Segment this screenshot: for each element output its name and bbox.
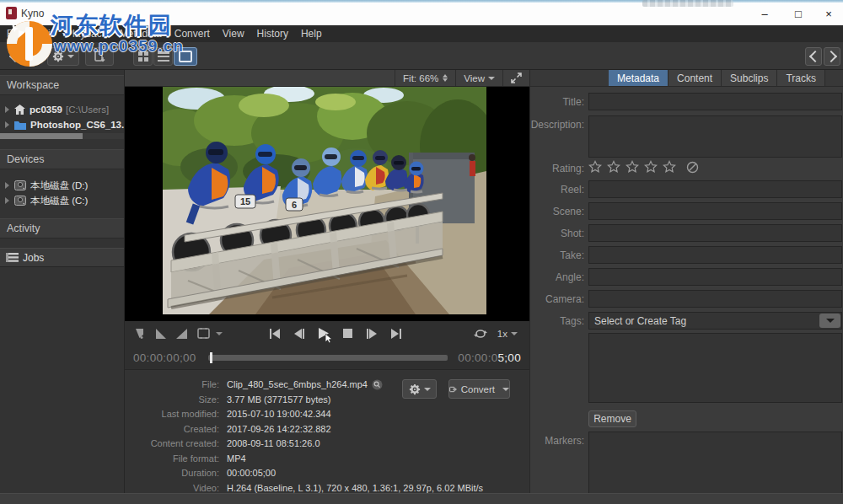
fileinfo-label: Created: bbox=[125, 422, 219, 437]
fit-zoom-control[interactable]: Fit: 66% bbox=[395, 70, 455, 86]
scrollbar-thumb[interactable] bbox=[0, 133, 83, 139]
window-title: Kyno bbox=[21, 8, 44, 19]
rating-stars[interactable] bbox=[588, 160, 699, 174]
menu-view[interactable]: View bbox=[223, 28, 244, 40]
tab-content[interactable]: Content bbox=[668, 70, 722, 86]
set-out-point-button[interactable] bbox=[176, 329, 187, 339]
menu-convert[interactable]: Convert bbox=[175, 28, 210, 40]
sidebar-horizontal-scrollbar[interactable] bbox=[0, 133, 124, 139]
star-icon[interactable] bbox=[626, 160, 639, 174]
paste-icon bbox=[94, 51, 106, 63]
paste-into-button[interactable] bbox=[85, 47, 114, 66]
list-view-toggle[interactable] bbox=[153, 47, 173, 66]
title-bar[interactable]: Kyno – □ × bbox=[0, 3, 843, 25]
tab-tracks[interactable]: Tracks bbox=[777, 70, 825, 86]
menu-edit[interactable]: Edit bbox=[35, 28, 53, 40]
gear-icon bbox=[52, 51, 64, 62]
reel-field[interactable] bbox=[588, 180, 842, 198]
fullscreen-button[interactable] bbox=[502, 70, 529, 86]
folder-icon bbox=[14, 121, 26, 130]
mouse-cursor bbox=[325, 334, 333, 343]
clip-actions-gear-button[interactable] bbox=[402, 379, 437, 399]
subclip-frame-button[interactable] bbox=[197, 328, 223, 339]
fileinfo-value: 2015-07-10 19:00:42.344 bbox=[227, 407, 331, 422]
tags-dropdown[interactable]: Select or Create Tag bbox=[588, 312, 842, 330]
maximize-button[interactable]: □ bbox=[784, 3, 813, 25]
star-icon[interactable] bbox=[607, 160, 620, 174]
menu-history[interactable]: History bbox=[257, 28, 288, 40]
expand-caret-icon[interactable] bbox=[5, 182, 9, 189]
menu-playback[interactable]: Playback bbox=[66, 28, 107, 40]
reveal-search-icon[interactable] bbox=[372, 379, 383, 390]
single-view-toggle[interactable] bbox=[174, 47, 197, 66]
next-clip-button[interactable] bbox=[824, 47, 840, 66]
sidebar-item-drive-d[interactable]: 本地磁盘 (D:) bbox=[0, 178, 124, 193]
sidebar-item-jobs[interactable]: Jobs bbox=[0, 248, 124, 267]
toolbar-gear-button[interactable] bbox=[47, 47, 79, 66]
star-icon[interactable] bbox=[644, 160, 658, 174]
chevron-down-icon bbox=[424, 388, 431, 391]
app-icon bbox=[6, 7, 17, 19]
tags-dropdown-button[interactable] bbox=[819, 314, 840, 328]
jobs-label: Jobs bbox=[23, 252, 44, 264]
timecode-current: 00:00:00;00 bbox=[133, 351, 196, 364]
angle-label: Angle: bbox=[530, 271, 584, 283]
clear-rating-icon[interactable] bbox=[686, 161, 699, 174]
star-icon[interactable] bbox=[588, 160, 602, 174]
angle-field[interactable] bbox=[588, 268, 842, 286]
back-button[interactable] bbox=[4, 47, 23, 66]
spinner-arrows-icon[interactable] bbox=[443, 74, 448, 82]
loop-button[interactable] bbox=[474, 329, 487, 339]
shot-field[interactable] bbox=[588, 224, 842, 242]
plate-number-6: 6 bbox=[292, 200, 297, 210]
sidebar-item-pc0359[interactable]: pc0359 [C:\Users] bbox=[0, 102, 124, 117]
fileinfo-label: Last modified: bbox=[125, 407, 219, 422]
playback-speed-control[interactable]: 1x bbox=[497, 329, 518, 339]
menu-help[interactable]: Help bbox=[301, 28, 322, 40]
convert-button[interactable]: Convert bbox=[448, 379, 510, 399]
expand-caret-icon[interactable] bbox=[5, 106, 9, 113]
tab-metadata[interactable]: Metadata bbox=[609, 70, 668, 86]
metadata-tab-bar: Metadata Content Subclips Tracks bbox=[530, 70, 843, 87]
view-dropdown[interactable]: View bbox=[455, 70, 502, 86]
take-field[interactable] bbox=[588, 246, 842, 264]
step-back-button[interactable] bbox=[294, 329, 304, 339]
chevron-down-icon bbox=[67, 55, 74, 58]
expand-caret-icon[interactable] bbox=[5, 197, 9, 204]
camera-field[interactable] bbox=[588, 290, 842, 308]
jobs-queue-icon bbox=[6, 253, 19, 262]
go-to-end-button[interactable] bbox=[391, 329, 401, 339]
minimize-button[interactable]: – bbox=[750, 3, 779, 25]
go-to-start-button[interactable] bbox=[270, 329, 280, 339]
seek-bar[interactable] bbox=[208, 355, 448, 361]
stop-button[interactable] bbox=[343, 329, 352, 338]
title-field[interactable] bbox=[588, 93, 842, 110]
gear-icon bbox=[409, 383, 421, 395]
expand-caret-icon[interactable] bbox=[5, 121, 9, 128]
menu-metadata[interactable]: Metadata bbox=[120, 28, 162, 40]
playhead[interactable] bbox=[210, 352, 212, 363]
set-in-point-button[interactable] bbox=[155, 329, 166, 339]
tab-subclips[interactable]: Subclips bbox=[722, 70, 777, 86]
tags-list-box[interactable] bbox=[588, 333, 842, 403]
step-forward-button[interactable] bbox=[367, 329, 377, 339]
sidebar-item-drive-c[interactable]: 本地磁盘 (C:) bbox=[0, 193, 124, 208]
previous-clip-button[interactable] bbox=[805, 47, 822, 66]
forward-button[interactable] bbox=[24, 47, 42, 66]
description-field[interactable] bbox=[588, 115, 842, 158]
video-viewport[interactable]: 15 6 bbox=[125, 87, 529, 321]
list-icon bbox=[158, 51, 169, 62]
grid-view-toggle[interactable] bbox=[133, 47, 153, 66]
remove-tag-button[interactable]: Remove bbox=[588, 410, 636, 427]
sidebar-item-photoshop-folder[interactable]: Photoshop_CS6_13.0.0 [ bbox=[0, 117, 124, 132]
description-label: Description: bbox=[530, 119, 584, 131]
fileinfo-value: 00:00:05;00 bbox=[227, 466, 276, 481]
tags-label: Tags: bbox=[530, 315, 584, 327]
close-button[interactable]: × bbox=[814, 3, 843, 25]
add-marker-button[interactable] bbox=[135, 328, 145, 340]
play-button[interactable] bbox=[319, 328, 329, 339]
scene-field[interactable] bbox=[588, 202, 842, 220]
star-icon[interactable] bbox=[663, 160, 676, 174]
bottom-scrollbar[interactable] bbox=[0, 493, 843, 504]
menu-file[interactable]: File bbox=[7, 28, 23, 40]
